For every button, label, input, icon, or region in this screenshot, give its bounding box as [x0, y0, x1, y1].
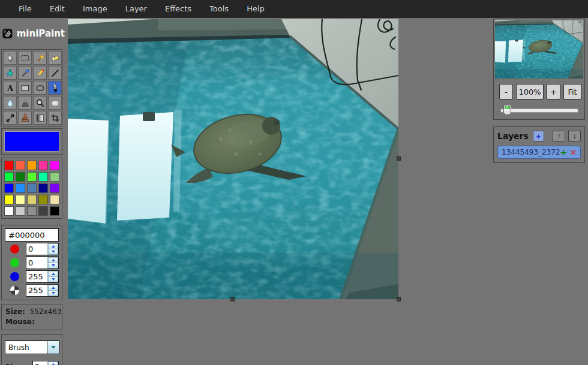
menu-item-edit[interactable]: Edit — [41, 0, 74, 18]
ellipse-tool-button[interactable] — [33, 81, 47, 95]
alpha-spin-down[interactable] — [48, 291, 58, 296]
menu-item-file[interactable]: File — [10, 0, 41, 18]
palette-swatch[interactable] — [50, 195, 59, 204]
status-panel: Size:552x463 Mouse: — [1, 304, 62, 330]
shrink-tool-button[interactable] — [3, 111, 17, 125]
brush-tool-button[interactable] — [48, 81, 62, 95]
palette-swatch[interactable] — [50, 161, 59, 170]
layer-row[interactable]: 13445493_237211 + ✕ — [497, 146, 581, 159]
rectangle-tool-button[interactable] — [18, 81, 32, 95]
palette-swatch[interactable] — [50, 172, 59, 182]
zoom-out-button[interactable]: - — [499, 84, 513, 99]
palette-swatch[interactable] — [38, 172, 48, 182]
zoom-slider-thumb[interactable] — [503, 105, 511, 115]
color-picker-tool-button[interactable] — [18, 66, 32, 80]
blue-spin-up[interactable] — [48, 271, 58, 277]
palette-swatch[interactable] — [4, 195, 14, 204]
palette-swatch[interactable] — [27, 183, 37, 193]
resize-handle-right[interactable] — [397, 156, 401, 161]
text-tool-button[interactable]: A — [3, 81, 17, 95]
gradient-icon — [35, 113, 46, 123]
palette-swatch[interactable] — [4, 183, 14, 193]
resize-handle-corner[interactable] — [397, 297, 401, 301]
palette-swatch[interactable] — [16, 172, 25, 182]
palette-swatch[interactable] — [4, 206, 14, 216]
preview-thumbnail[interactable] — [495, 20, 583, 79]
zoom-level-button[interactable]: 100% — [516, 84, 544, 99]
clone-stone-icon — [50, 98, 61, 108]
palette-swatch[interactable] — [4, 161, 14, 170]
alpha-channel-row — [5, 284, 59, 297]
red-value-input[interactable] — [26, 243, 47, 255]
hex-color-input[interactable] — [5, 228, 59, 242]
eraser-tool-button[interactable] — [48, 51, 62, 65]
sharpen-tool-button[interactable] — [18, 96, 32, 110]
magnifier-tool-button[interactable] — [33, 96, 47, 110]
palette-swatch[interactable] — [50, 206, 59, 216]
zoom-slider[interactable] — [500, 105, 578, 116]
red-spin-up[interactable] — [48, 243, 58, 249]
green-channel-row — [5, 257, 59, 269]
palette-swatch[interactable] — [38, 161, 48, 170]
clone-tool-button[interactable] — [48, 96, 62, 110]
eyedropper-icon — [20, 68, 31, 79]
magic-wand-tool-button[interactable] — [33, 51, 47, 65]
move-layer-up-button[interactable]: ↑ — [553, 131, 565, 141]
move-layer-down-button[interactable]: ↓ — [568, 131, 581, 141]
select-tool-button[interactable] — [3, 51, 17, 65]
brush-size-input[interactable] — [33, 361, 47, 365]
gradient-tool-button[interactable] — [33, 111, 47, 125]
palette-swatch[interactable] — [38, 206, 48, 216]
layer-insert-icon[interactable]: + — [560, 147, 567, 157]
red-spin-down[interactable] — [48, 249, 58, 255]
resize-handle-bottom[interactable] — [230, 297, 235, 301]
layers-title: Layers — [497, 131, 529, 141]
brush-size-spin-up[interactable] — [48, 361, 58, 365]
left-sidebar: miniPaint — [1, 19, 65, 365]
blue-spin-down[interactable] — [48, 277, 58, 282]
green-spin-down[interactable] — [48, 263, 58, 269]
palette-swatch[interactable] — [16, 206, 25, 216]
zoom-in-button[interactable]: + — [547, 84, 560, 99]
ellipse-icon — [35, 83, 46, 93]
drawing-canvas[interactable] — [68, 19, 398, 299]
menu-bar: FileEditImageLayerEffectsToolsHelp — [0, 0, 588, 18]
selection-tool-button[interactable] — [18, 51, 32, 65]
menu-item-help[interactable]: Help — [238, 0, 274, 18]
blur-tool-button[interactable] — [3, 96, 17, 110]
menu-item-tools[interactable]: Tools — [200, 0, 238, 18]
crop-tool-button[interactable] — [48, 111, 62, 125]
brush-preset-select[interactable]: Brush — [5, 340, 59, 354]
green-spin-up[interactable] — [48, 257, 58, 263]
palette-swatch[interactable] — [27, 161, 37, 170]
menu-item-layer[interactable]: Layer — [116, 0, 156, 18]
chevron-down-icon[interactable] — [47, 341, 59, 354]
fill-tool-button[interactable] — [3, 66, 17, 80]
palette-swatch[interactable] — [27, 206, 37, 216]
palette-swatch[interactable] — [27, 172, 37, 182]
layer-delete-icon[interactable]: ✕ — [570, 148, 577, 157]
palette-swatch[interactable] — [16, 183, 25, 193]
zoom-fit-button[interactable]: Fit — [563, 84, 581, 99]
line-tool-button[interactable] — [48, 66, 62, 80]
blue-value-input[interactable] — [26, 271, 47, 282]
zoom-slider-track[interactable] — [500, 108, 578, 113]
stamp-tool-button[interactable] — [18, 111, 32, 125]
add-layer-button[interactable]: + — [533, 131, 544, 141]
palette-swatch[interactable] — [38, 195, 48, 204]
alpha-spin-up[interactable] — [48, 285, 58, 291]
green-value-input[interactable] — [26, 257, 47, 269]
color-palette — [1, 158, 62, 219]
palette-swatch[interactable] — [4, 172, 14, 182]
current-color-swatch[interactable] — [4, 131, 59, 152]
palette-swatch[interactable] — [27, 195, 37, 204]
pencil-tool-button[interactable] — [33, 66, 47, 80]
alpha-value-input[interactable] — [26, 285, 47, 296]
zoom-controls: - 100% + Fit — [499, 84, 581, 99]
palette-swatch[interactable] — [16, 195, 25, 204]
palette-swatch[interactable] — [50, 183, 59, 193]
palette-swatch[interactable] — [16, 161, 25, 170]
palette-swatch[interactable] — [38, 183, 48, 193]
menu-item-effects[interactable]: Effects — [156, 0, 200, 18]
menu-item-image[interactable]: Image — [74, 0, 116, 18]
